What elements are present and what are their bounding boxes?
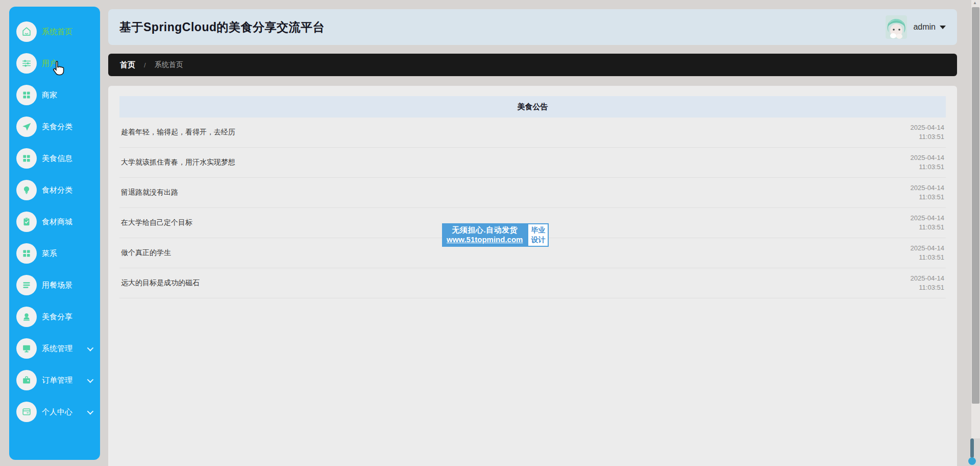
breadcrumb: 首页 / 系统首页 [108,54,957,76]
sidebar-item-users[interactable]: 用户 [9,48,100,79]
card-icon [21,406,32,417]
home-icon [21,26,32,37]
notice-row[interactable]: 留退路就没有出路 2025-04-14 11:03:51 [119,178,946,208]
sidebar-item-system-home[interactable]: 系统首页 [9,16,100,48]
scroll-up-arrow-icon[interactable]: ▲ [973,1,977,5]
sidebar-item-ingredient-category[interactable]: 食材分类 [9,174,100,206]
scroll-widget[interactable] [968,438,975,466]
grid-icon [21,153,32,164]
lightbulb-icon [21,184,32,196]
notice-row[interactable]: 趁着年轻，输得起，看得开，去经历 2025-04-14 11:03:51 [119,118,946,148]
caret-down-icon [940,26,946,29]
sidebar-item-merchants[interactable]: 商家 [9,79,100,111]
app-root: { "app": { "title": "基于SpringCloud的美食分享交… [0,0,980,466]
scrollbar-thumb[interactable] [972,7,979,404]
vendor-watermark: 无须担心.自动发货 www.51topmind.com 毕业 设计 [442,223,549,247]
watermark-badge: 毕业 设计 [527,223,549,247]
top-header: 基于SpringCloud的美食分享交流平台 admin [108,9,957,45]
sidebar-item-ingredient-mall[interactable]: 食材商城 [9,206,100,238]
user-name: admin [913,22,936,32]
notice-list: 趁着年轻，输得起，看得开，去经历 2025-04-14 11:03:51 大学就… [119,118,946,298]
notice-row[interactable]: 大学就该抓住青春，用汗水实现梦想 2025-04-14 11:03:51 [119,148,946,178]
grid-icon [21,89,32,101]
page-title: 基于SpringCloud的美食分享交流平台 [119,19,325,35]
watermark-badge-line1: 毕业 [531,225,545,235]
notice-datetime: 2025-04-14 11:03:51 [911,214,945,232]
monitor-icon [21,343,32,354]
sidebar-item-food-sharing[interactable]: 美食分享 [9,301,100,333]
notice-datetime: 2025-04-14 11:03:51 [911,244,945,262]
notice-board-title: 美食公告 [119,96,946,118]
breadcrumb-current: 系统首页 [155,60,183,69]
scroll-widget-bulb [968,457,976,465]
scroll-widget-rod [970,438,974,458]
scrollbar[interactable]: ▲ [971,0,980,438]
sidebar-item-order-management[interactable]: 订单管理 [9,364,100,396]
sliders-icon [21,58,32,69]
watermark-badge-line2: 设计 [531,235,545,245]
notice-text: 大学就该抓住青春，用汗水实现梦想 [121,158,235,167]
send-icon [21,121,32,132]
sidebar-item-food-info[interactable]: 美食信息 [9,143,100,174]
grid-icon [21,248,32,259]
sidebar-item-personal-center[interactable]: 个人中心 [9,396,100,428]
avatar [886,15,907,39]
breadcrumb-home-link[interactable]: 首页 [120,60,135,70]
notice-row[interactable]: 远大的目标是成功的磁石 2025-04-14 11:03:51 [119,268,946,298]
notice-text: 做个真正的学生 [121,248,171,258]
notice-text: 在大学给自己定个目标 [121,218,192,227]
briefcase-icon [21,375,32,386]
notice-text: 趁着年轻，输得起，看得开，去经历 [121,128,235,137]
main-content: 美食公告 趁着年轻，输得起，看得开，去经历 2025-04-14 11:03:5… [108,86,957,466]
sidebar-item-cuisine[interactable]: 菜系 [9,238,100,269]
chevron-down-icon [87,408,94,414]
notice-datetime: 2025-04-14 11:03:51 [911,153,945,172]
notice-text: 远大的目标是成功的磁石 [121,278,200,288]
clipboard-check-icon [21,216,32,227]
chevron-down-icon [87,344,94,351]
list-icon [21,279,32,291]
watermark-text-box: 无须担心.自动发货 www.51topmind.com [442,223,527,247]
chevron-down-icon [87,376,94,383]
sidebar-item-system-management[interactable]: 系统管理 [9,333,100,364]
sidebar: 系统首页 用户 商家 美食分类 美食信息 食材分类 食材商城 菜系 [9,7,100,460]
notice-datetime: 2025-04-14 11:03:51 [911,123,945,142]
notice-text: 留退路就没有出路 [121,188,178,197]
sidebar-item-dining-scene[interactable]: 用餐场景 [9,269,100,301]
notice-datetime: 2025-04-14 11:03:51 [911,274,945,292]
user-menu[interactable]: admin [886,15,946,39]
notice-datetime: 2025-04-14 11:03:51 [911,183,945,202]
breadcrumb-separator: / [144,61,146,69]
sidebar-item-food-category[interactable]: 美食分类 [9,111,100,143]
user-icon [21,311,32,322]
watermark-line1: 无须担心.自动发货 [447,225,523,235]
watermark-link[interactable]: www.51topmind.com [447,235,523,244]
